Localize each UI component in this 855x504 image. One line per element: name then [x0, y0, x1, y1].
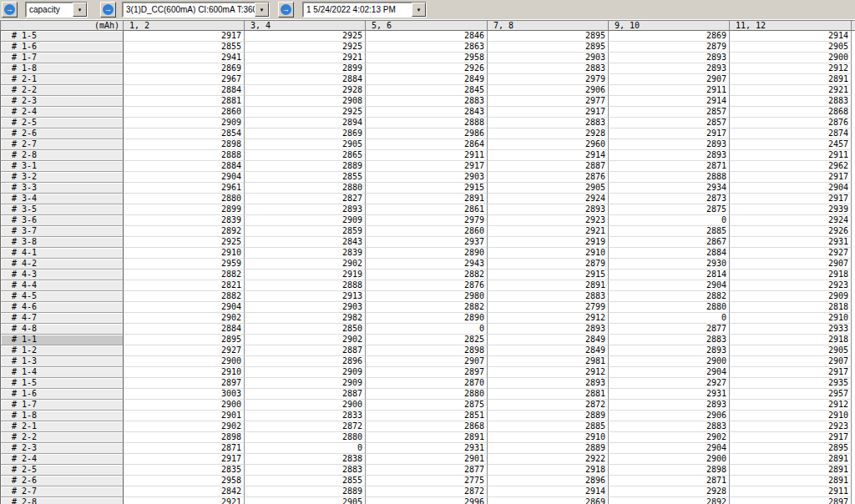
cell: 2888: [124, 150, 245, 161]
row-label: # 4-8: [0, 324, 124, 335]
cell: 2893: [609, 63, 730, 74]
row-label: # 3-5: [0, 204, 124, 215]
cell: 2855: [245, 476, 366, 486]
cell: 2903: [488, 53, 609, 63]
cell: 2889: [488, 443, 609, 454]
table-row: # 2-3287102931288929042895: [0, 443, 855, 454]
cell: 2877: [609, 324, 730, 335]
dropdown-arrow-icon[interactable]: ▼: [412, 3, 426, 17]
cell: 2863: [366, 42, 488, 53]
cell: 2849: [488, 345, 609, 356]
cell: 0: [245, 443, 366, 454]
cell: 2927: [609, 378, 730, 389]
app-window: → capacity ▼ → 3(1)D_CC(600mA) CI:600mA …: [0, 0, 855, 504]
row-label: # 2-7: [0, 139, 124, 150]
row-label: # 3-8: [0, 237, 124, 248]
cell: 2917: [730, 367, 852, 378]
cell: 2859: [245, 226, 366, 237]
cell: 2839: [124, 215, 245, 226]
cell: 2869: [488, 497, 609, 504]
cell: 2851: [366, 411, 488, 421]
dropdown-arrow-icon[interactable]: ▼: [73, 3, 87, 17]
cell: 2917: [488, 107, 609, 118]
table-row: # 1-3290028962907298129002907: [0, 356, 855, 367]
cell: 2871: [124, 443, 245, 454]
row-label: # 2-3: [0, 443, 124, 454]
row-label: # 1-7: [0, 53, 124, 63]
cell: 2933: [730, 324, 852, 335]
table-row: # 2-7289829052864296028932457: [0, 139, 855, 150]
cell: 2918: [730, 270, 852, 280]
test-step-select[interactable]: 3(1)D_CC(600mA) CI:600mA T:360min ▼: [122, 2, 270, 18]
cell: 2919: [488, 237, 609, 248]
cell: 2911: [366, 150, 488, 161]
table-row: # 4-4282128882876289129042923: [0, 280, 855, 291]
table-row: # 1-5291729252846289528692914: [0, 31, 855, 42]
cell: 2843: [366, 107, 488, 118]
cell: 2923: [488, 215, 609, 226]
cell: 2893: [609, 345, 730, 356]
row-label: # 2-4: [0, 107, 124, 118]
cell: 2928: [609, 486, 730, 497]
row-label: # 4-5: [0, 291, 124, 302]
row-label: # 2-8: [0, 497, 124, 504]
table-row: # 3-8292528432937291928672931: [0, 237, 855, 248]
cell: 2877: [366, 465, 488, 476]
go-button-1[interactable]: →: [2, 2, 18, 18]
table-row: # 1-4291029092897291229042917: [0, 367, 855, 378]
row-label: # 1-6: [0, 389, 124, 400]
cell: 2909: [124, 118, 245, 129]
row-label: # 2-7: [0, 486, 124, 497]
go-button-2[interactable]: →: [100, 2, 116, 18]
cell: 2899: [124, 204, 245, 215]
row-label: # 2-8: [0, 150, 124, 161]
run-datetime-select[interactable]: 1 5/24/2022 4:02:13 PM ▼: [302, 2, 427, 18]
row-sliver: [852, 172, 855, 183]
cell: 2996: [366, 497, 488, 504]
cell: 2979: [366, 215, 488, 226]
cell: 2897: [366, 367, 488, 378]
cell: 2873: [609, 194, 730, 204]
cell: 2882: [124, 291, 245, 302]
dropdown-arrow-icon[interactable]: ▼: [255, 3, 269, 17]
table-row: # 4-2295929022943287929302907: [0, 259, 855, 270]
cell: 2872: [366, 486, 488, 497]
row-sliver: [852, 85, 855, 96]
row-sliver: [852, 161, 855, 172]
cell: 2921: [245, 53, 366, 63]
cell: 2917: [366, 161, 488, 172]
table-row: # 2-5283528832877291828982891: [0, 465, 855, 476]
cell: 2981: [488, 356, 609, 367]
cell: 2943: [366, 259, 488, 270]
cell: 2883: [488, 118, 609, 129]
measure-select[interactable]: capacity ▼: [25, 2, 88, 18]
row-sliver: [852, 204, 855, 215]
cell: 2883: [366, 96, 488, 107]
row-label: # 3-7: [0, 226, 124, 237]
cell: 2921: [730, 85, 852, 96]
row-sliver: [852, 96, 855, 107]
cell: 2910: [730, 313, 852, 324]
cell: 2842: [124, 486, 245, 497]
cell: 2895: [730, 443, 852, 454]
cell: 2854: [124, 129, 245, 139]
cell: 2912: [488, 367, 609, 378]
column-header: 1, 2: [124, 20, 245, 31]
cell: 2910: [488, 432, 609, 443]
cell: 2904: [609, 280, 730, 291]
go-button-3[interactable]: →: [278, 2, 294, 18]
cell: 2888: [609, 172, 730, 183]
cell: 2911: [730, 150, 852, 161]
cell: 2977: [488, 96, 609, 107]
cell: 2898: [609, 465, 730, 476]
cell: 2874: [730, 129, 852, 139]
cell: 2935: [730, 378, 852, 389]
table-row: # 2-6295828552775289628712891: [0, 476, 855, 486]
cell: 2905: [730, 42, 852, 53]
row-sliver: [852, 237, 855, 248]
table-row: # 4-1291028392890291028842927: [0, 248, 855, 259]
row-label: # 3-6: [0, 215, 124, 226]
cell: 2889: [488, 411, 609, 421]
cell: 2882: [366, 270, 488, 280]
cell: 2884: [124, 324, 245, 335]
